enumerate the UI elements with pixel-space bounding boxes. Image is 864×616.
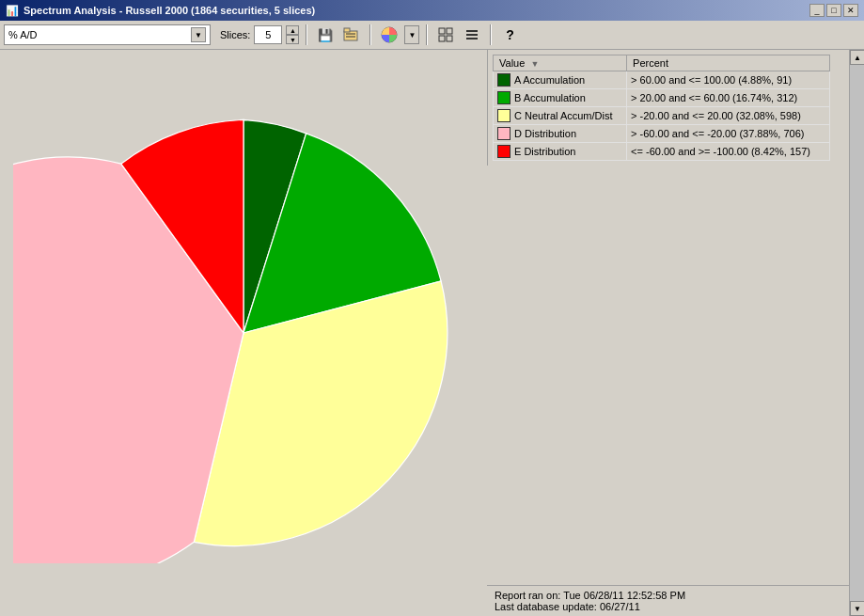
legend-label-content: D Distribution <box>497 127 622 140</box>
legend-row-c-neutral-accum/dist[interactable]: C Neutral Accum/Dist> -20.00 and <= 20.0… <box>494 107 830 125</box>
chart-type-dropdown-arrow[interactable]: ▼ <box>404 25 419 44</box>
title-bar-buttons: _ □ ✕ <box>809 4 858 17</box>
svg-rect-5 <box>439 28 445 34</box>
legend-row-a-accumulation[interactable]: A Accumulation> 60.00 and <= 100.00 (4.8… <box>494 71 830 89</box>
scroll-up-button[interactable]: ▲ <box>850 50 864 65</box>
legend-label-content: A Accumulation <box>497 73 622 87</box>
help-button[interactable]: ? <box>498 24 521 46</box>
db-date: 06/27/11 <box>600 601 640 612</box>
chart-area <box>0 50 487 616</box>
separator-3 <box>426 24 428 45</box>
legend-range-cell: > -60.00 and <= -20.00 (37.88%, 706) <box>627 125 830 143</box>
open-button[interactable] <box>340 24 363 46</box>
color-swatch <box>497 91 511 104</box>
legend-range-cell: > 60.00 and <= 100.00 (4.88%, 91) <box>627 71 830 89</box>
close-button[interactable]: ✕ <box>843 4 858 17</box>
pie-chart-container <box>13 103 474 563</box>
legend-label-cell: D Distribution <box>494 125 627 143</box>
svg-rect-1 <box>344 28 350 32</box>
legend-header-percent: Percent <box>627 55 830 71</box>
grid-icon <box>438 27 453 42</box>
legend-range-cell: > -20.00 and <= 20.00 (32.08%, 598) <box>627 107 830 125</box>
title-bar-left: 📊 Spectrum Analysis - Russell 2000 (1864… <box>6 5 315 17</box>
legend-row-d-distribution[interactable]: D Distribution> -60.00 and <= -20.00 (37… <box>494 125 830 143</box>
legend-row-b-accumulation[interactable]: B Accumulation> 20.00 and <= 60.00 (16.7… <box>494 89 830 107</box>
legend-item-label: B Accumulation <box>514 92 586 103</box>
legend-row-e-distribution[interactable]: E Distribution<= -60.00 and >= -100.00 (… <box>494 143 830 161</box>
main-content: Value ▼ Percent A Accumulation> 60.00 an… <box>0 50 864 616</box>
legend-label-cell: C Neutral Accum/Dist <box>494 107 627 125</box>
legend-item-label: D Distribution <box>514 128 576 139</box>
save-button[interactable]: 💾 <box>314 24 337 46</box>
legend-label-content: C Neutral Accum/Dist <box>497 109 622 122</box>
pie-chart <box>13 103 474 563</box>
legend-label-cell: A Accumulation <box>494 71 627 89</box>
legend-area: Value ▼ Percent A Accumulation> 60.00 an… <box>487 50 835 166</box>
report-date-line: Report ran on: Tue 06/28/11 12:52:58 PM <box>495 590 841 601</box>
scrollbar: ▲ ▼ <box>849 50 864 616</box>
legend-table: Value ▼ Percent A Accumulation> 60.00 an… <box>493 55 830 161</box>
legend-range-cell: > 20.00 and <= 60.00 (16.74%, 312) <box>627 89 830 107</box>
legend-item-label: C Neutral Accum/Dist <box>514 110 613 121</box>
chart-type-button[interactable] <box>378 24 401 46</box>
legend-label-content: B Accumulation <box>497 91 622 104</box>
color-swatch <box>497 145 511 158</box>
dropdown-arrow-icon[interactable]: ▼ <box>191 27 206 42</box>
analysis-type-value: % A/D <box>8 29 38 40</box>
color-swatch <box>497 127 511 140</box>
separator-4 <box>490 24 492 45</box>
title-bar: 📊 Spectrum Analysis - Russell 2000 (1864… <box>0 0 864 21</box>
legend-item-label: A Accumulation <box>514 74 585 86</box>
window-body: % A/D ▼ Slices: ▲ ▼ 💾 <box>0 21 864 616</box>
legend-header-value: Value ▼ <box>494 55 627 71</box>
minimize-button[interactable]: _ <box>809 4 825 17</box>
maximize-button[interactable]: □ <box>826 4 841 17</box>
legend-label-cell: E Distribution <box>494 143 627 161</box>
grid-button[interactable] <box>434 24 457 46</box>
report-label: Report ran on: <box>495 590 560 601</box>
svg-rect-8 <box>447 36 452 41</box>
app-icon: 📊 <box>6 5 19 17</box>
legend-label-content: E Distribution <box>497 145 622 158</box>
db-date-line: Last database update: 06/27/11 <box>495 601 841 612</box>
slices-spinner: ▲ ▼ <box>286 25 299 44</box>
open-icon <box>343 27 360 42</box>
slices-up-button[interactable]: ▲ <box>286 25 299 35</box>
list-icon <box>464 27 479 42</box>
color-swatch <box>497 73 511 87</box>
separator-1 <box>306 24 307 45</box>
status-bar: Report ran on: Tue 06/28/11 12:52:58 PM … <box>487 585 849 616</box>
analysis-type-dropdown[interactable]: % A/D ▼ <box>4 24 211 45</box>
pie-chart-icon <box>381 26 398 43</box>
right-panel: Value ▼ Percent A Accumulation> 60.00 an… <box>487 50 849 616</box>
color-swatch <box>497 109 511 122</box>
window-title: Spectrum Analysis - Russell 2000 (1864 s… <box>24 5 315 16</box>
svg-rect-6 <box>447 28 452 34</box>
report-date: Tue 06/28/11 12:52:58 PM <box>563 590 685 601</box>
toolbar: % A/D ▼ Slices: ▲ ▼ 💾 <box>0 21 864 50</box>
svg-rect-7 <box>439 36 445 41</box>
sort-arrow-icon: ▼ <box>530 59 539 69</box>
slices-down-button[interactable]: ▼ <box>286 35 299 44</box>
legend-range-cell: <= -60.00 and >= -100.00 (8.42%, 157) <box>627 143 830 161</box>
legend-label-cell: B Accumulation <box>494 89 627 107</box>
separator-2 <box>369 24 371 45</box>
db-label: Last database update: <box>495 601 597 612</box>
scroll-down-button[interactable]: ▼ <box>850 601 864 616</box>
list-button[interactable] <box>461 24 483 46</box>
legend-item-label: E Distribution <box>514 146 575 157</box>
slices-label: Slices: <box>220 29 250 40</box>
scrollbar-track[interactable] <box>850 65 864 601</box>
slices-input[interactable] <box>254 25 282 44</box>
content-spacer <box>487 166 849 585</box>
